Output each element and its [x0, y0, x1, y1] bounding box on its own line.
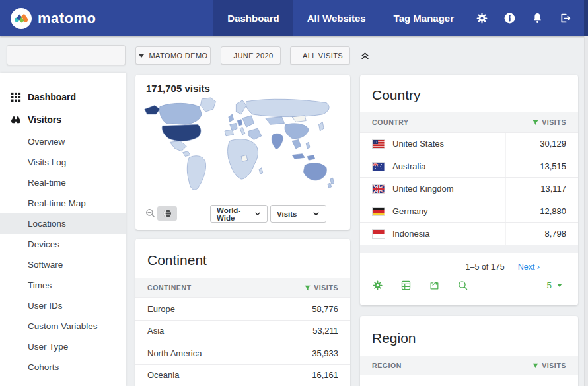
table-row[interactable]: United States 30,129 — [360, 132, 578, 155]
map-metric-value: Visits — [277, 210, 297, 218]
region-column-header[interactable]: REGION — [372, 362, 402, 369]
period-selector-label: JUNE 2020 — [234, 52, 274, 59]
country-table-header: COUNTRY VISITS — [360, 112, 578, 132]
table-row[interactable]: Indonesia 8,798 — [360, 222, 578, 245]
row-label[interactable]: Oceania — [135, 370, 179, 380]
row-visits: 16,161 — [277, 365, 350, 386]
search-box[interactable] — [7, 45, 126, 65]
report-settings-gear-icon[interactable] — [372, 280, 383, 291]
table-view-icon[interactable] — [400, 280, 412, 291]
row-label[interactable]: North America — [135, 348, 202, 358]
map-region-value: World-Wide — [217, 206, 254, 222]
sidebar-item-user-type[interactable]: User Type — [0, 336, 126, 357]
export-icon[interactable] — [429, 280, 440, 291]
search-report-icon[interactable] — [457, 280, 468, 291]
table-row[interactable]: Oceania 16,161 — [135, 364, 350, 386]
sidebar-item-real-time[interactable]: Real-time — [0, 173, 126, 193]
sidebar-item-real-time-map[interactable]: Real-time Map — [0, 193, 126, 213]
sidebar-item-devices[interactable]: Devices — [0, 234, 126, 254]
nav-tab-dashboard[interactable]: Dashboard — [213, 0, 293, 36]
caret-down-icon — [139, 54, 144, 58]
scrollbar-top — [584, 0, 588, 36]
globe-button[interactable] — [157, 206, 177, 221]
site-selector-button[interactable]: MATOMO DEMO — [135, 46, 211, 65]
settings-gear-icon[interactable] — [468, 0, 496, 36]
world-map[interactable] — [135, 95, 350, 202]
row-label[interactable]: Asia — [135, 326, 164, 336]
country-widget: Country COUNTRY VISITS United States 30,… — [360, 75, 578, 305]
row-label[interactable]: United Kingdom — [392, 184, 454, 194]
period-selector-button[interactable]: JUNE 2020 — [221, 46, 281, 65]
sidebar-item-label: User Type — [28, 342, 68, 352]
sidebar-item-custom-variables[interactable]: Custom Variables — [0, 316, 126, 336]
table-row[interactable]: Germany 12,880 — [360, 200, 578, 222]
filter-funnel-icon — [532, 119, 539, 126]
filter-funnel-icon — [532, 362, 539, 369]
segment-selector-button[interactable]: ALL VISITS — [290, 46, 350, 65]
table-row[interactable]: North America 35,933 — [135, 342, 350, 364]
continent-column-header[interactable]: CONTINENT — [147, 284, 192, 291]
scrollbar-track[interactable] — [584, 36, 588, 386]
sidebar-item-label: Times — [28, 280, 52, 290]
visits-header-label: VISITS — [542, 118, 566, 126]
logout-icon[interactable] — [551, 0, 579, 36]
visits-column-header[interactable]: VISITS — [532, 362, 566, 369]
row-visits: 13,515 — [505, 155, 578, 177]
flag-indonesia — [372, 229, 385, 239]
rows-per-page-value: 5 — [546, 280, 552, 290]
visitor-map-widget: 171,705 visits — [135, 75, 350, 230]
widget-footer: 5 — [360, 272, 578, 291]
row-label[interactable]: Europe — [135, 304, 175, 314]
flag-united-kingdom — [372, 184, 385, 194]
table-row[interactable]: United Kingdom 13,117 — [360, 177, 578, 200]
zoom-out-icon[interactable] — [145, 208, 156, 221]
notifications-bell-icon[interactable] — [523, 0, 551, 36]
sidebar-item-label: Locations — [28, 219, 66, 229]
country-column-header[interactable]: COUNTRY — [372, 118, 409, 126]
brand-name: matomo — [38, 10, 96, 27]
nav-tab-tag-manager[interactable]: Tag Manager — [380, 0, 468, 36]
sidebar-item-label: User IDs — [28, 301, 63, 311]
search-input[interactable] — [17, 50, 133, 60]
row-visits: 12,880 — [505, 200, 578, 222]
country-widget-title: Country — [360, 75, 578, 112]
sidebar-item-label: Real-time Map — [28, 198, 86, 208]
visits-column-header[interactable]: VISITS — [304, 284, 338, 291]
pagination-next-link[interactable]: Next › — [518, 262, 540, 272]
sidebar-item-locations[interactable]: Locations — [0, 213, 126, 234]
nav-tab-all-websites[interactable]: All Websites — [293, 0, 380, 36]
sidebar-item-times[interactable]: Times — [0, 275, 126, 295]
sidebar-item-label: Visitors — [28, 114, 61, 125]
flag-united-states — [372, 139, 385, 149]
collapse-double-chevron-icon[interactable] — [357, 48, 372, 62]
sidebar-item-overview[interactable]: Overview — [0, 132, 126, 152]
sidebar-item-visits-log[interactable]: Visits Log — [0, 152, 126, 173]
sidebar-item-dashboard[interactable]: Dashboard — [0, 87, 126, 107]
filter-funnel-icon — [304, 284, 311, 291]
table-row[interactable]: Australia 13,515 — [360, 155, 578, 177]
visits-column-header[interactable]: VISITS — [532, 118, 566, 126]
continent-widget: Continent CONTINENT VISITS Europe 58,776… — [135, 239, 350, 386]
matomo-app: matomo Dashboard All Websites Tag Manage… — [0, 0, 588, 386]
map-region-select[interactable]: World-Wide — [210, 205, 268, 223]
row-label[interactable]: United States — [392, 139, 444, 149]
sidebar: Dashboard Visitors Overview Visits Log R… — [0, 73, 126, 386]
table-row[interactable]: Europe 58,776 — [135, 297, 350, 320]
map-controls: World-Wide Visits — [135, 205, 350, 223]
row-label[interactable]: Australia — [392, 161, 426, 171]
row-label[interactable]: Indonesia — [392, 229, 429, 239]
row-label[interactable]: Germany — [392, 206, 427, 216]
map-metric-select[interactable]: Visits — [270, 205, 326, 223]
matomo-logo[interactable]: matomo — [0, 0, 107, 36]
visits-header-label: VISITS — [314, 284, 338, 291]
sidebar-item-software[interactable]: Software — [0, 254, 126, 275]
table-row[interactable]: Asia 53,211 — [135, 320, 350, 342]
rows-per-page-select[interactable]: 5 — [546, 280, 568, 290]
sidebar-item-visitors[interactable]: Visitors — [0, 109, 126, 130]
info-icon[interactable] — [496, 0, 523, 36]
sidebar-item-user-ids[interactable]: User IDs — [0, 295, 126, 316]
sidebar-item-cohorts[interactable]: Cohorts — [0, 357, 126, 377]
region-table-header: REGION VISITS — [360, 356, 578, 375]
row-visits: 58,776 — [277, 298, 350, 320]
sidebar-item-label: Devices — [28, 239, 59, 249]
